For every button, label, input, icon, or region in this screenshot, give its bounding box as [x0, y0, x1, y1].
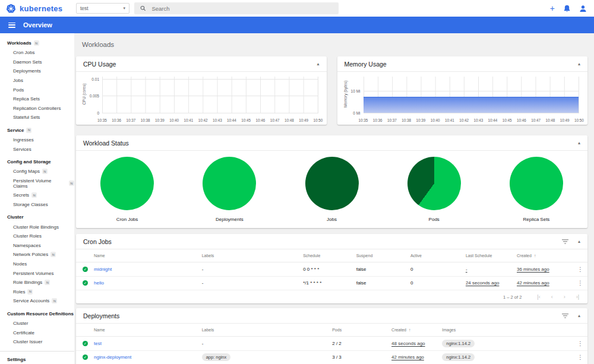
sidebar-item[interactable]: Deployments	[0, 67, 74, 76]
sidebar-item[interactable]: Ingresses	[0, 135, 74, 145]
sidebar-item[interactable]: Replica Sets	[0, 94, 74, 104]
column-header-suspend[interactable]: Suspend	[356, 254, 410, 258]
relative-time[interactable]: 24 seconds ago	[466, 280, 500, 286]
sidebar-item[interactable]: Service AccountsN	[0, 296, 74, 306]
sidebar-item[interactable]: Cron Jobs	[0, 48, 74, 58]
relative-time[interactable]: 42 minutes ago	[517, 280, 549, 286]
pie-chart[interactable]	[203, 157, 256, 210]
cpu-card-header: CPU Usage ▴	[76, 56, 327, 72]
sidebar-item[interactable]: Namespaces	[0, 241, 74, 251]
column-header-last-schedule[interactable]: Last Schedule	[466, 254, 517, 258]
sidebar-item-label: Nodes	[13, 261, 27, 267]
column-header-name[interactable]: Name	[94, 328, 202, 332]
user-account-icon[interactable]	[579, 5, 587, 12]
last-page-icon[interactable]: ›|	[576, 294, 579, 300]
notifications-bell-icon[interactable]	[564, 5, 570, 12]
resource-name-link[interactable]: midnight	[94, 267, 112, 272]
pie-chart[interactable]	[305, 157, 359, 210]
sidebar-item[interactable]: Certificate	[0, 328, 74, 337]
relative-time[interactable]: 42 minutes ago	[391, 354, 424, 360]
sidebar-item[interactable]: Cluster Roles	[0, 232, 74, 241]
cell-pods: 2 / 2	[332, 341, 391, 346]
sidebar-item[interactable]: Replication Controllers	[0, 104, 74, 113]
column-header-images[interactable]: Images	[442, 328, 573, 332]
resource-name-link[interactable]: test	[94, 341, 102, 346]
column-header-created[interactable]: Created↑	[391, 328, 442, 332]
more-vertical-icon[interactable]: ⋮	[577, 340, 583, 347]
sidebar-nav: WorkloadsNCron JobsDaemon SetsDeployment…	[0, 33, 74, 364]
table-row: ✓test-2 / 248 seconds agonginx:1.14.2⋮	[76, 337, 587, 351]
column-header-pods[interactable]: Pods	[332, 328, 391, 332]
collapse-caret-icon[interactable]: ▴	[578, 314, 580, 318]
sidebar-item-label: Cluster Issuer	[13, 339, 42, 344]
resource-name-link[interactable]: nginx-deployment	[94, 354, 131, 360]
sidebar-item[interactable]: Pods	[0, 85, 74, 94]
sort-ascending-icon: ↑	[534, 254, 536, 258]
pie-chart[interactable]	[510, 157, 563, 210]
menu-hamburger-icon[interactable]	[8, 23, 15, 28]
sidebar-item[interactable]: Jobs	[0, 76, 74, 86]
column-header-active[interactable]: Active	[410, 254, 466, 258]
column-header-created[interactable]: Created↑	[517, 254, 573, 258]
more-vertical-icon[interactable]: ⋮	[577, 266, 583, 273]
column-header-labels[interactable]: Labels	[202, 328, 333, 332]
collapse-caret-icon[interactable]: ▴	[578, 141, 580, 145]
sidebar-item[interactable]: SecretsN	[0, 191, 74, 200]
x-tick-label: 10:45	[503, 118, 512, 122]
sidebar-item[interactable]: Services	[0, 144, 74, 154]
relative-time[interactable]: 36 minutes ago	[517, 267, 549, 272]
sidebar-section-header[interactable]: Custom Resource Definitions	[0, 309, 74, 319]
resource-name-link[interactable]: hello	[94, 280, 104, 286]
sidebar-item[interactable]: RolesN	[0, 287, 74, 296]
first-page-icon[interactable]: |‹	[537, 294, 540, 300]
sidebar-item[interactable]: Daemon Sets	[0, 58, 74, 67]
pie-chart[interactable]	[407, 157, 461, 210]
kubernetes-logo[interactable]: kubernetes	[6, 4, 71, 14]
sidebar-item[interactable]: Persistent Volumes	[0, 268, 74, 278]
sidebar-item[interactable]: Stateful Sets	[0, 113, 74, 122]
sidebar-item-label: Replica Sets	[13, 96, 40, 102]
relative-time[interactable]: 48 seconds ago	[391, 341, 425, 346]
filter-list-icon[interactable]	[562, 239, 568, 244]
sidebar-item[interactable]: Role BindingsN	[0, 278, 74, 287]
previous-page-icon[interactable]: ‹	[551, 294, 553, 300]
sidebar-section-header[interactable]: ServiceN	[0, 125, 74, 135]
sidebar-section-header[interactable]: WorkloadsN	[0, 38, 74, 48]
namespace-selector[interactable]: test ▾	[76, 3, 129, 14]
relative-time[interactable]: -	[466, 267, 467, 272]
sidebar-item[interactable]: Cluster	[0, 319, 74, 328]
column-header-schedule[interactable]: Schedule	[303, 254, 356, 258]
sidebar-item[interactable]: Config MapsN	[0, 167, 74, 176]
gridline-horizontal	[102, 96, 318, 96]
filter-list-icon[interactable]	[562, 314, 568, 318]
next-page-icon[interactable]: ›	[564, 294, 565, 300]
deployments-rows: ✓test-2 / 248 seconds agonginx:1.14.2⋮✓n…	[76, 337, 587, 364]
column-header-name[interactable]: Name	[94, 254, 202, 258]
more-vertical-icon[interactable]: ⋮	[577, 354, 583, 360]
pie-chart[interactable]	[100, 157, 154, 210]
sidebar-section-header[interactable]: Cluster	[0, 212, 74, 222]
column-header-labels[interactable]: Labels	[202, 254, 303, 258]
search-input[interactable]	[151, 5, 333, 12]
sidebar-item[interactable]: Persistent Volume ClaimsN	[0, 176, 74, 191]
collapse-caret-icon[interactable]: ▴	[317, 62, 319, 67]
sidebar-item[interactable]: Nodes	[0, 259, 74, 269]
cell-pods: 3 / 3	[332, 354, 391, 360]
sidebar-item-label: Deployments	[13, 68, 41, 74]
sidebar-item[interactable]: Network PoliciesN	[0, 250, 74, 259]
search-bar[interactable]	[134, 2, 339, 14]
workload-status-card: Workload Status ▴ Cron JobsDeploymentsJo…	[76, 135, 587, 228]
collapse-caret-icon[interactable]: ▴	[578, 239, 580, 244]
more-vertical-icon[interactable]: ⋮	[577, 280, 583, 286]
sidebar-item[interactable]: Storage Classes	[0, 200, 74, 210]
row-actions: ⋮	[573, 340, 587, 347]
sidebar-section-header[interactable]: Config and Storage	[0, 157, 74, 167]
charts-row: CPU Usage ▴ CPU (cores) 00.0050.01 10:35…	[76, 56, 587, 125]
x-tick-label: 10:45	[241, 118, 251, 122]
sidebar-item[interactable]: Cluster Role Bindings	[0, 222, 74, 232]
collapse-caret-icon[interactable]: ▴	[578, 62, 580, 67]
sidebar-item-settings[interactable]: Settings	[0, 354, 74, 364]
sidebar-item[interactable]: Cluster Issuer	[0, 337, 74, 347]
table-row: ✓midnight-0 0 * * *false0-36 minutes ago…	[76, 262, 587, 277]
create-resource-plus-icon[interactable]: +	[550, 4, 555, 12]
